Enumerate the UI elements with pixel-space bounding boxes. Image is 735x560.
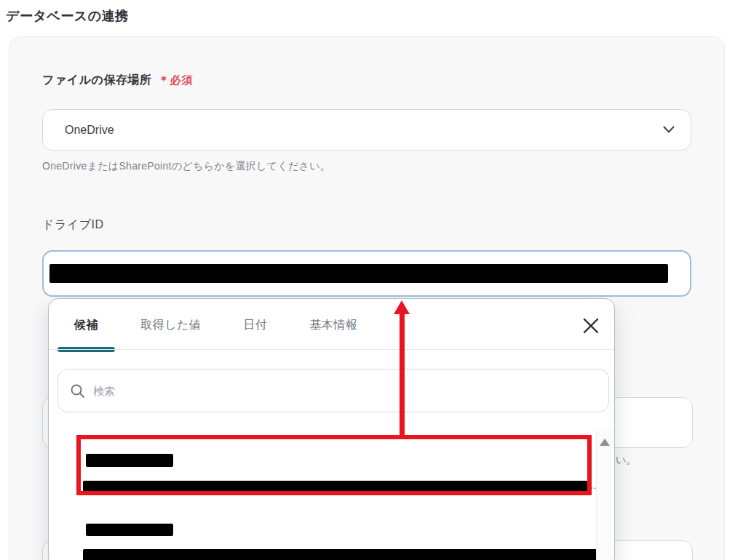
list-item[interactable]: ... — [49, 447, 597, 525]
chevron-down-icon — [663, 126, 675, 134]
suggestion-list: ... ... — [49, 413, 597, 560]
background-helper-fragment: い。 — [616, 454, 636, 467]
page-title: データベースの連携 — [6, 7, 129, 25]
storage-label: ファイルの保存場所 — [42, 73, 151, 88]
tab-candidates[interactable]: 候補 — [57, 312, 115, 339]
scroll-up-icon[interactable] — [600, 439, 610, 446]
close-icon — [582, 317, 600, 335]
item-value-redacted — [83, 549, 601, 560]
drive-id-input[interactable] — [42, 250, 691, 297]
list-item[interactable]: ... — [49, 516, 597, 560]
tab-retrieved-values[interactable]: 取得した値 — [124, 312, 218, 339]
close-button[interactable] — [579, 314, 603, 337]
search-icon — [70, 383, 85, 399]
suggestion-popup: 候補 取得した値 日付 基本情報 ... — [48, 298, 615, 560]
search-input[interactable] — [93, 385, 597, 397]
screen: データベースの連携 ファイルの保存場所 ＊必須 OneDrive OneDriv… — [0, 0, 735, 560]
drive-id-label: ドライブID — [42, 217, 104, 233]
storage-helper-text: OneDriveまたはSharePointのどちらかを選択してください。 — [42, 160, 330, 173]
popup-tabs: 候補 取得した値 日付 基本情報 — [57, 312, 374, 339]
item-value-redacted — [83, 481, 588, 494]
drive-id-redacted-value — [49, 264, 668, 283]
storage-label-row: ファイルの保存場所 ＊必須 — [42, 73, 193, 88]
tab-basic-info[interactable]: 基本情報 — [293, 312, 374, 339]
storage-select[interactable]: OneDrive — [42, 109, 691, 151]
popup-scrollbar[interactable] — [596, 430, 613, 560]
item-title-redacted — [86, 454, 173, 467]
storage-select-value: OneDrive — [65, 124, 114, 137]
tab-date[interactable]: 日付 — [226, 312, 284, 339]
required-badge: ＊必須 — [158, 73, 193, 87]
popup-search-box — [57, 369, 609, 412]
item-title-redacted — [86, 524, 173, 536]
tabs-divider — [49, 349, 614, 350]
